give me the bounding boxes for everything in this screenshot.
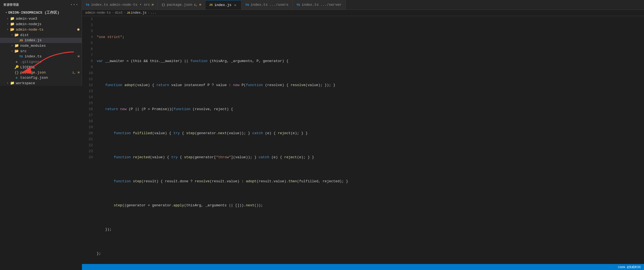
sidebar-item-node-modules[interactable]: › 📁 node_modules xyxy=(0,43,82,48)
folder-open-icon: 📂 xyxy=(14,49,19,53)
main-editor-area: TS index.ts admin-node-ts • src M {} pac… xyxy=(82,0,644,270)
chevron-right-icon: › xyxy=(10,44,14,47)
sidebar-item-label: workspace xyxy=(16,81,82,85)
tab-badge: 1, M xyxy=(194,3,201,7)
breadcrumb-sep: › xyxy=(124,11,126,15)
sidebar-item-dist[interactable]: › 📂 dist xyxy=(0,32,82,38)
sidebar-item-admin-nodejs[interactable]: › 📁 admin-nodejs xyxy=(0,21,82,27)
code-line-7: function step(result) { result.done ? re… xyxy=(97,178,644,184)
folder-open-icon: 📂 xyxy=(14,33,19,37)
sidebar-item-label: node_modules xyxy=(20,44,82,48)
folder-icon: 📁 xyxy=(14,43,19,48)
tab-path: admin-node-ts • src xyxy=(110,3,150,7)
code-line-3: function adopt(value) { return value ins… xyxy=(97,82,644,88)
sidebar-item-tsconfig[interactable]: ⚙ tsconfig.json xyxy=(0,75,82,80)
json-tab-icon: {} xyxy=(161,3,165,7)
folder-icon: 📁 xyxy=(10,22,15,26)
code-editor[interactable]: 12345 678910 1112131415 1617181920 21222… xyxy=(82,16,644,264)
tab-index-ts-users[interactable]: TS index.ts .../users xyxy=(241,0,293,10)
tab-path: .../server xyxy=(320,3,342,7)
modified-dot xyxy=(77,28,79,31)
ts-tab-icon: TS xyxy=(296,3,300,7)
breadcrumb-part: admin-node-ts xyxy=(85,11,111,15)
sidebar-item-admin-node-ts[interactable]: › 📂 admin-node-ts xyxy=(0,27,82,32)
code-line-8: step((generator = generator.apply(thisAr… xyxy=(97,203,644,209)
tab-close-button[interactable]: ✕ xyxy=(233,3,237,7)
line-numbers: 12345 678910 1112131415 1617181920 21222… xyxy=(82,16,96,264)
gitignore-icon: ◈ xyxy=(14,60,19,64)
tab-index-ts-main[interactable]: TS index.ts admin-node-ts • src M xyxy=(82,0,158,10)
chevron-right-icon: › xyxy=(5,17,10,20)
code-line-6: function rejected(value) { try { step(ge… xyxy=(97,154,644,160)
js-file-icon: JS xyxy=(19,39,23,42)
modified-badge: 1, M xyxy=(72,71,79,74)
breadcrumb-part: dist xyxy=(115,11,123,15)
folder-icon: 📁 xyxy=(10,16,15,21)
sidebar-item-admin-vue3[interactable]: › 📁 admin-vue3 xyxy=(0,16,82,21)
tab-label: index.ts xyxy=(302,3,318,7)
sidebar-item-license[interactable]: 🔑 LICENSE xyxy=(0,64,82,70)
breadcrumb-part: ... xyxy=(151,11,157,15)
sidebar-item-index-ts[interactable]: TS index.ts M xyxy=(0,54,82,59)
ts-tab-icon: TS xyxy=(86,3,89,7)
chevron-down-icon: › xyxy=(10,34,14,37)
sidebar-item-label: index.js xyxy=(25,38,82,42)
folder-icon: 📁 xyxy=(10,81,15,85)
tab-bar: TS index.ts admin-node-ts • src M {} pac… xyxy=(82,0,644,10)
tab-label: index.ts xyxy=(91,3,108,7)
folder-open-icon: 📂 xyxy=(10,27,15,32)
tab-label: index.ts xyxy=(251,3,268,7)
sidebar-item-workspace[interactable]: › 📁 workspace xyxy=(0,80,82,86)
sidebar-item-index-js[interactable]: JS index.js xyxy=(0,38,82,43)
chevron-down-icon: › xyxy=(5,28,10,31)
sidebar-item-label: index.ts xyxy=(25,54,78,58)
sidebar-item-label: src xyxy=(20,49,82,53)
status-bar: CSDN @失眠时间 xyxy=(82,264,644,270)
license-icon: 🔑 xyxy=(14,65,19,69)
sidebar-item-label: tsconfig.json xyxy=(20,76,82,80)
chevron-right-icon: › xyxy=(5,82,10,85)
sidebar-item-label: admin-nodejs xyxy=(16,22,82,26)
modified-badge: M xyxy=(78,55,79,58)
tab-label: index.js xyxy=(214,3,231,7)
sidebar-item-label: package.json xyxy=(20,71,72,75)
tab-label: package.json xyxy=(167,3,193,7)
sidebar-header: 资源管理器 ··· xyxy=(0,0,82,9)
js-tab-icon: JS xyxy=(209,3,213,7)
sidebar-item-label: dist xyxy=(20,33,82,37)
ts-file-icon: TS xyxy=(19,55,23,58)
chevron-right-icon: › xyxy=(5,23,10,26)
sidebar-item-package-json[interactable]: {} package.json 1, M xyxy=(0,70,82,75)
chevron-down-icon: › xyxy=(10,50,14,53)
json-icon: {} xyxy=(14,71,19,75)
code-line-4: return new (P || (P = Promise))(function… xyxy=(97,106,644,112)
code-line-10: }; xyxy=(97,251,644,257)
code-line-1: "use strict"; xyxy=(97,34,644,40)
workspace-root-label[interactable]: ▾ ONION-INSOMNIACS (工作区) xyxy=(0,9,82,16)
status-text: CSDN @失眠时间 xyxy=(618,265,641,269)
sidebar-item-label: LICENSE xyxy=(20,65,82,69)
code-line-2: var __awaiter = (this && this.__awaiter)… xyxy=(97,58,644,64)
tab-index-ts-server[interactable]: TS index.ts .../server xyxy=(293,0,346,10)
tab-package-json[interactable]: {} package.json 1, M xyxy=(158,0,205,10)
sidebar-item-label: admin-node-ts xyxy=(16,28,77,32)
tab-badge: M xyxy=(152,3,154,7)
breadcrumb-sep: › xyxy=(112,11,114,15)
breadcrumb: admin-node-ts › dist › JSindex.js › ... xyxy=(82,10,644,16)
json-icon: ⚙ xyxy=(14,76,19,80)
code-line-9: }); xyxy=(97,227,644,233)
sidebar-item-label: .gitignore xyxy=(20,60,82,64)
breadcrumb-sep: › xyxy=(147,11,149,15)
sidebar-more-icon[interactable]: ··· xyxy=(70,2,78,7)
root-chevron-icon: ▾ xyxy=(5,11,7,14)
code-line-5: function fulfilled(value) { try { step(g… xyxy=(97,130,644,136)
tab-path: .../users xyxy=(269,3,288,7)
root-label-text: ONION-INSOMNIACS (工作区) xyxy=(8,10,59,15)
ts-tab-icon: TS xyxy=(245,3,249,7)
sidebar-item-src[interactable]: › 📂 src xyxy=(0,48,82,54)
sidebar-title: 资源管理器 xyxy=(3,3,19,7)
tab-index-js[interactable]: JS index.js ✕ xyxy=(205,0,242,10)
sidebar-item-label: admin-vue3 xyxy=(16,17,82,21)
breadcrumb-part: JSindex.js xyxy=(127,11,147,15)
sidebar-item-gitignore[interactable]: ◈ .gitignore xyxy=(0,59,82,64)
